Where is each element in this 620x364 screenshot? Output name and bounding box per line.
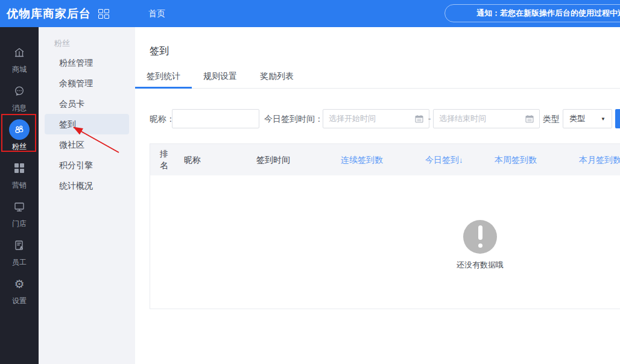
empty-state-text: 还没有数据哦 bbox=[445, 260, 515, 271]
column-header-nickname: 昵称 bbox=[174, 154, 247, 166]
column-header-consecutive-signins[interactable]: 连续签到数 bbox=[331, 154, 416, 166]
sidebar-item-label: 门店 bbox=[12, 219, 27, 229]
sidebar-item-staff[interactable]: 员工 bbox=[0, 235, 39, 274]
apps-grid-icon[interactable] bbox=[98, 9, 110, 19]
tab-reward-list[interactable]: 奖励列表 bbox=[248, 64, 305, 88]
brand-title: 优物库商家后台 bbox=[7, 0, 91, 27]
calendar-icon bbox=[415, 115, 423, 123]
filter-bar: 昵称： 今日签到时间： 选择开始时间 - 选择结束时间 类型： 类型 bbox=[135, 109, 620, 128]
end-time-placeholder: 选择结束时间 bbox=[439, 113, 525, 124]
date-range-separator: - bbox=[426, 109, 432, 128]
menu-item-stats-overview[interactable]: 统计概况 bbox=[45, 175, 129, 196]
signin-table: 排名 昵称 签到时间 连续签到数 今日签到↓ 本周签到数 本月签到数 还没有数据… bbox=[150, 143, 620, 309]
start-time-picker[interactable]: 选择开始时间 bbox=[323, 109, 429, 128]
menu-item-points-engine[interactable]: 积分引擎 bbox=[45, 155, 129, 175]
chevron-down-icon: ▼ bbox=[601, 116, 606, 122]
nav-home-link[interactable]: 首页 bbox=[148, 0, 165, 27]
sidebar-item-settings[interactable]: ⚙ 设置 bbox=[0, 274, 39, 312]
table-header-row: 排名 昵称 签到时间 连续签到数 今日签到↓ 本周签到数 本月签到数 bbox=[150, 144, 620, 175]
primary-sidebar: 商城 消息 粉丝 营销 bbox=[0, 27, 39, 364]
fans-icon bbox=[9, 119, 30, 140]
sidebar-item-label: 粉丝 bbox=[12, 142, 27, 152]
empty-state: 还没有数据哦 bbox=[445, 220, 515, 271]
secondary-sidebar-header: 粉丝 bbox=[39, 34, 135, 52]
signin-time-label: 今日签到时间： bbox=[264, 109, 323, 128]
sidebar-item-fans[interactable]: 粉丝 bbox=[0, 119, 39, 158]
column-header-month-signins[interactable]: 本月签到数 bbox=[569, 154, 620, 166]
top-bar: 优物库商家后台 首页 通知：若您在新版操作后台的使用过程中遇到 bbox=[0, 0, 620, 27]
menu-item-signin[interactable]: 签到 bbox=[45, 114, 129, 134]
sidebar-item-label: 消息 bbox=[12, 103, 27, 113]
page-title: 签到 bbox=[150, 45, 169, 58]
empty-state-icon bbox=[463, 220, 497, 254]
menu-item-micro-community[interactable]: 微社区 bbox=[45, 134, 129, 155]
sidebar-item-stores[interactable]: 门店 bbox=[0, 196, 39, 235]
search-button[interactable] bbox=[615, 109, 620, 128]
staff-icon bbox=[13, 235, 25, 256]
start-time-placeholder: 选择开始时间 bbox=[329, 113, 415, 124]
column-header-today-signins[interactable]: 今日签到↓ bbox=[416, 154, 485, 166]
sidebar-item-label: 员工 bbox=[12, 257, 27, 268]
type-select-value: 类型 bbox=[569, 113, 585, 124]
column-header-rank: 排名 bbox=[150, 148, 174, 171]
store-icon bbox=[13, 196, 25, 217]
nickname-label: 昵称： bbox=[150, 109, 175, 128]
nickname-input[interactable] bbox=[172, 109, 259, 128]
end-time-picker[interactable]: 选择结束时间 bbox=[433, 109, 540, 128]
menu-item-fans-management[interactable]: 粉丝管理 bbox=[45, 52, 129, 73]
sidebar-item-messages[interactable]: 消息 bbox=[0, 81, 39, 119]
menu-item-member-card[interactable]: 会员卡 bbox=[45, 93, 129, 114]
column-header-signin-time: 签到时间 bbox=[247, 154, 331, 166]
mall-icon bbox=[13, 42, 25, 63]
message-icon bbox=[13, 81, 25, 101]
sort-desc-icon: ↓ bbox=[459, 155, 463, 165]
main-content: 签到 签到统计 规则设置 奖励列表 昵称： 今日签到时间： 选择开始时间 - 选… bbox=[135, 27, 620, 364]
tab-signin-stats[interactable]: 签到统计 bbox=[135, 64, 192, 88]
gear-icon: ⚙ bbox=[14, 274, 24, 294]
sidebar-item-marketing[interactable]: 营销 bbox=[0, 158, 39, 196]
sidebar-item-label: 设置 bbox=[12, 296, 27, 306]
sidebar-item-mall[interactable]: 商城 bbox=[0, 42, 39, 81]
sidebar-item-label: 营销 bbox=[12, 180, 27, 190]
menu-item-balance-management[interactable]: 余额管理 bbox=[45, 73, 129, 93]
type-select[interactable]: 类型 ▼ bbox=[563, 109, 612, 128]
tab-bar: 签到统计 规则设置 奖励列表 bbox=[135, 64, 620, 89]
notice-banner[interactable]: 通知：若您在新版操作后台的使用过程中遇到 bbox=[444, 4, 620, 22]
calendar-icon bbox=[525, 115, 534, 123]
tab-rule-settings[interactable]: 规则设置 bbox=[192, 64, 248, 88]
column-header-week-signins[interactable]: 本周签到数 bbox=[485, 154, 569, 166]
sidebar-item-label: 商城 bbox=[12, 64, 27, 75]
marketing-icon bbox=[14, 158, 25, 178]
secondary-sidebar: 粉丝 粉丝管理 余额管理 会员卡 签到 微社区 积分引擎 统计概况 bbox=[39, 27, 135, 364]
